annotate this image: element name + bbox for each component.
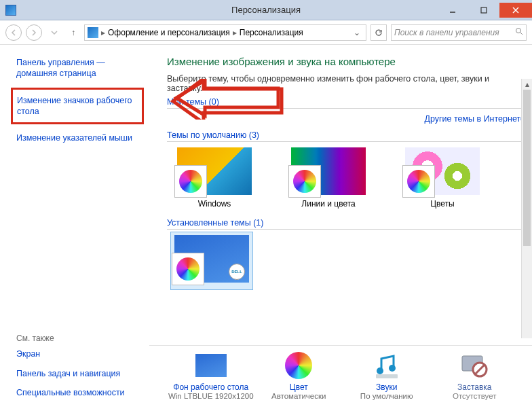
sidebar-home[interactable]: Панель управления — домашняя страница [16, 57, 141, 79]
svg-rect-8 [376, 374, 398, 378]
svg-point-6 [377, 367, 383, 374]
desktop-background-button[interactable]: Фон рабочего стола Win LTBLUE 1920x1200 [167, 351, 255, 413]
page-title: Изменение изображения и звука на компьют… [167, 56, 525, 67]
sound-label: Звуки [343, 382, 431, 392]
section-default-themes: Темы по умолчанию (3) [167, 130, 525, 142]
titlebar: Персонализация [0, 0, 532, 20]
chevron-right-icon: ▸ [101, 28, 105, 37]
svg-line-5 [520, 33, 522, 35]
scroll-up-icon[interactable]: ▴ [522, 79, 532, 90]
section-installed-themes: Установленные темы (1) [167, 218, 525, 230]
saver-label: Заставка [431, 382, 519, 392]
color-wheel-icon [285, 352, 312, 379]
main-panel: Изменение изображения и звука на компьют… [149, 45, 532, 413]
color-wheel-icon [293, 170, 316, 193]
location-icon [88, 27, 98, 38]
breadcrumb-seg[interactable]: Персонализация [240, 28, 303, 37]
saver-value: Отсутствует [431, 392, 519, 400]
color-wheel-icon [176, 257, 200, 281]
svg-point-7 [389, 365, 396, 372]
screensaver-disabled-icon [458, 351, 491, 380]
sidebar-taskbar[interactable]: Панель задач и навигация [16, 368, 141, 379]
refresh-button[interactable] [370, 24, 387, 41]
theme-label: Цветы [430, 199, 455, 209]
breadcrumb-dropdown[interactable]: ⌄ [351, 28, 363, 37]
sounds-button[interactable]: Звуки По умолчанию [343, 351, 431, 413]
sound-value: По умолчанию [343, 392, 431, 400]
chevron-right-icon: ▸ [233, 28, 237, 37]
color-value: Автоматически [255, 392, 343, 400]
theme-windows[interactable]: Windows [174, 147, 255, 209]
forward-button[interactable] [26, 24, 42, 41]
search-icon [515, 27, 523, 37]
background-thumb-icon [195, 354, 227, 377]
search-input[interactable]: Поиск в панели управления [391, 24, 527, 41]
dell-logo-icon: DELL [229, 264, 245, 280]
up-button[interactable]: ↑ [66, 28, 80, 37]
theme-label: Windows [198, 199, 231, 209]
back-button[interactable] [5, 24, 22, 41]
see-also-heading: См. также [16, 334, 141, 343]
search-placeholder: Поиск в панели управления [394, 28, 499, 37]
sidebar-desktop-icons[interactable]: Изменение значков рабочего стола [11, 88, 144, 125]
music-notes-icon [370, 351, 403, 380]
theme-flowers[interactable]: Цветы [402, 147, 483, 209]
page-subtitle: Выберите тему, чтобы одновременно измени… [167, 74, 525, 93]
navbar: ↑ ▸ Оформление и персонализация ▸ Персон… [0, 20, 532, 45]
section-my-themes: Мои темы (0) [167, 97, 525, 109]
sidebar-screen[interactable]: Экран [16, 348, 141, 359]
color-label: Цвет [255, 382, 343, 392]
bg-label: Фон рабочего стола [167, 382, 255, 392]
svg-point-4 [516, 29, 521, 33]
history-dropdown[interactable] [46, 24, 62, 41]
scroll-thumb[interactable] [523, 90, 531, 246]
color-button[interactable]: Цвет Автоматически [255, 351, 343, 413]
bottom-strip: Фон рабочего стола Win LTBLUE 1920x1200 … [149, 345, 532, 413]
sidebar: Панель управления — домашняя страница Из… [0, 45, 149, 413]
sidebar-mouse-pointers[interactable]: Изменение указателей мыши [16, 132, 141, 143]
color-wheel-icon [179, 170, 202, 193]
breadcrumb-seg[interactable]: Оформление и персонализация [108, 28, 230, 37]
bg-value: Win LTBLUE 1920x1200 [167, 392, 255, 400]
theme-label: Линии и цвета [301, 199, 355, 209]
window-title: Персонализация [0, 5, 532, 15]
theme-lines[interactable]: Линии и цвета [288, 147, 369, 209]
sidebar-ease[interactable]: Специальные возможности [16, 387, 141, 398]
theme-installed-1[interactable]: DELL [171, 232, 252, 289]
breadcrumb[interactable]: ▸ Оформление и персонализация ▸ Персонал… [84, 24, 366, 41]
screensaver-button[interactable]: Заставка Отсутствует [431, 351, 519, 413]
online-themes-link[interactable]: Другие темы в Интернете [424, 114, 525, 124]
scrollbar[interactable]: ▴ [521, 79, 532, 338]
color-wheel-icon [407, 170, 430, 193]
